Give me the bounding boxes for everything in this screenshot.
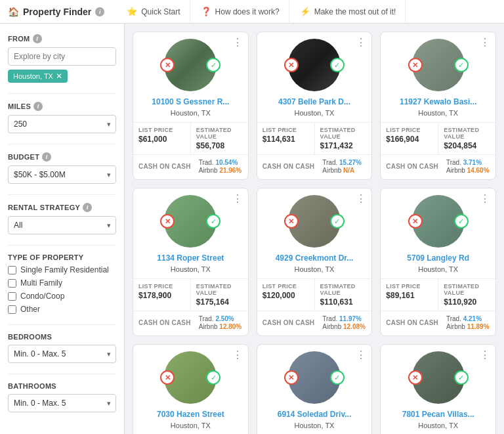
list-price-value: $178,900 (138, 291, 185, 300)
card-address[interactable]: 4307 Belle Park D... (257, 97, 372, 106)
reject-button[interactable]: ✕ (408, 58, 423, 72)
card-address[interactable]: 1134 Roper Street (133, 253, 248, 263)
card-city: Houston, TX (381, 109, 495, 117)
trad-return: Trad. 2.50% (199, 315, 242, 322)
card-address[interactable]: 10100 S Gessner R... (133, 97, 248, 106)
card-address[interactable]: 6914 Soledad Driv... (257, 409, 372, 419)
property-type-section: TYPE OF PROPERTY Single Family Residenti… (8, 253, 116, 314)
card-more-button[interactable]: ⋮ (356, 194, 366, 204)
accept-button[interactable]: ✓ (454, 370, 469, 385)
list-price-value: $120,000 (262, 291, 309, 300)
accept-button[interactable]: ✓ (206, 370, 220, 385)
accept-button[interactable]: ✓ (454, 214, 469, 228)
card-more-button[interactable]: ⋮ (480, 37, 490, 48)
miles-section: MILES i 250 50 100 500 (8, 102, 116, 133)
card-address[interactable]: 7801 Pecan Villas... (381, 409, 495, 419)
property-type-checkbox[interactable] (8, 266, 16, 274)
from-info-icon[interactable]: i (33, 34, 42, 43)
reject-button[interactable]: ✕ (408, 214, 423, 228)
estimated-value-col: ESTIMATED VALUE $110,920 (438, 279, 495, 311)
card-more-button[interactable]: ⋮ (480, 350, 490, 360)
bedrooms-label: BEDROOMS (8, 333, 116, 341)
property-type-checkbox-item[interactable]: Multi Family (8, 278, 116, 288)
card-more-button[interactable]: ⋮ (232, 194, 243, 204)
accept-button[interactable]: ✓ (454, 58, 469, 72)
budget-select[interactable]: $50K - $5.00M (8, 165, 116, 184)
estimated-value-label: ESTIMATED VALUE (196, 283, 243, 296)
property-card: ⋮ ✕ ✓ 11927 Kewalo Basi... Houston, TX L… (380, 32, 496, 180)
sidebar: FROM i Houston, TX ✕ MILES i 250 50 100 … (0, 24, 125, 434)
card-more-button[interactable]: ⋮ (480, 194, 490, 204)
trad-return: Trad. 15.27% (322, 159, 362, 166)
list-price-col: LIST PRICE $166,904 (381, 123, 438, 154)
trad-return: Trad. 11.97% (322, 315, 366, 322)
card-address[interactable]: 5709 Langley Rd (381, 253, 495, 263)
returns-values: Trad. 11.97% Airbnb 12.08% (322, 315, 366, 330)
card-image-wrapper: ✕ ✓ (164, 195, 217, 248)
tab-make-the-most[interactable]: ⚡Make the most out of it! (291, 0, 406, 24)
property-type-checkbox-item[interactable]: Single Family Residential (8, 265, 116, 274)
card-address[interactable]: 11927 Kewalo Basi... (381, 97, 495, 106)
card-city: Houston, TX (133, 422, 248, 429)
property-type-checkbox[interactable] (8, 305, 16, 314)
card-header: ⋮ ✕ ✓ (381, 32, 495, 91)
card-returns: CASH ON CASH Trad. 2.50% Airbnb 12.80% (133, 311, 248, 336)
reject-button[interactable]: ✕ (408, 370, 423, 385)
bathrooms-label: BATHROOMS (8, 382, 116, 390)
accept-button[interactable]: ✓ (206, 214, 220, 228)
tab-how-does-it-work[interactable]: ❓How does it work? (192, 0, 289, 24)
card-address[interactable]: 4929 Creekmont Dr... (257, 253, 372, 263)
card-prices: LIST PRICE $120,000 ESTIMATED VALUE $110… (257, 278, 372, 311)
budget-label: BUDGET i (8, 152, 116, 162)
list-price-col: LIST PRICE $114,631 (257, 123, 314, 154)
list-price-value: $114,631 (262, 135, 309, 144)
budget-info-icon[interactable]: i (42, 152, 51, 162)
list-price-label: LIST PRICE (262, 283, 309, 290)
accept-button[interactable]: ✓ (330, 214, 345, 228)
miles-select[interactable]: 250 50 100 500 (8, 115, 116, 133)
card-more-button[interactable]: ⋮ (356, 37, 366, 48)
bathrooms-select[interactable]: Min. 0 - Max. 5 (8, 394, 116, 412)
property-type-checkbox-item[interactable]: Other (8, 305, 116, 314)
bedrooms-select[interactable]: Min. 0 - Max. 5 (8, 345, 116, 363)
card-more-button[interactable]: ⋮ (232, 37, 243, 48)
miles-info-icon[interactable]: i (33, 102, 43, 111)
reject-button[interactable]: ✕ (284, 370, 299, 385)
card-prices: LIST PRICE $61,000 ESTIMATED VALUE $56,7… (133, 122, 248, 155)
tab-quick-start[interactable]: ⭐Quick Start (117, 0, 190, 24)
rental-strategy-select[interactable]: All Traditional Airbnb (8, 216, 116, 234)
airbnb-return: Airbnb 11.89% (446, 323, 490, 330)
reject-button[interactable]: ✕ (160, 370, 175, 385)
card-address[interactable]: 7030 Hazen Street (133, 409, 248, 419)
property-card: ⋮ ✕ ✓ 7030 Hazen Street Houston, TX (133, 344, 249, 434)
city-search-input[interactable] (8, 47, 116, 66)
rental-strategy-label: RENTAL STRATEGY i (8, 203, 116, 212)
reject-button[interactable]: ✕ (284, 58, 299, 72)
accept-button[interactable]: ✓ (206, 58, 220, 72)
list-price-col: LIST PRICE $120,000 (257, 279, 314, 311)
rental-info-icon[interactable]: i (83, 203, 92, 212)
list-price-col: LIST PRICE $89,161 (381, 279, 438, 311)
accept-button[interactable]: ✓ (330, 370, 345, 385)
list-price-value: $89,161 (386, 291, 432, 300)
property-type-checkbox[interactable] (8, 279, 16, 288)
property-type-checkbox-item[interactable]: Condo/Coop (8, 292, 116, 301)
title-info-icon[interactable]: i (95, 7, 104, 16)
city-tag: Houston, TX ✕ (8, 70, 68, 83)
property-type-checkbox[interactable] (8, 292, 16, 301)
city-tag-remove[interactable]: ✕ (56, 72, 62, 81)
reject-button[interactable]: ✕ (160, 214, 175, 228)
list-price-label: LIST PRICE (386, 127, 432, 133)
property-card: ⋮ ✕ ✓ 4929 Creekmont Dr... Houston, TX L… (257, 188, 373, 336)
estimated-value-label: ESTIMATED VALUE (444, 127, 490, 140)
reject-button[interactable]: ✕ (284, 214, 299, 228)
list-price-label: LIST PRICE (262, 127, 309, 133)
estimated-value-value: $110,631 (320, 297, 367, 307)
main-content: ⋮ ✕ ✓ 10100 S Gessner R... Houston, TX L… (125, 24, 504, 434)
card-prices: LIST PRICE $166,904 ESTIMATED VALUE $204… (381, 122, 495, 155)
accept-button[interactable]: ✓ (330, 58, 345, 72)
card-more-button[interactable]: ⋮ (232, 350, 243, 360)
card-city: Houston, TX (381, 265, 495, 273)
card-more-button[interactable]: ⋮ (356, 350, 366, 360)
reject-button[interactable]: ✕ (160, 58, 175, 72)
